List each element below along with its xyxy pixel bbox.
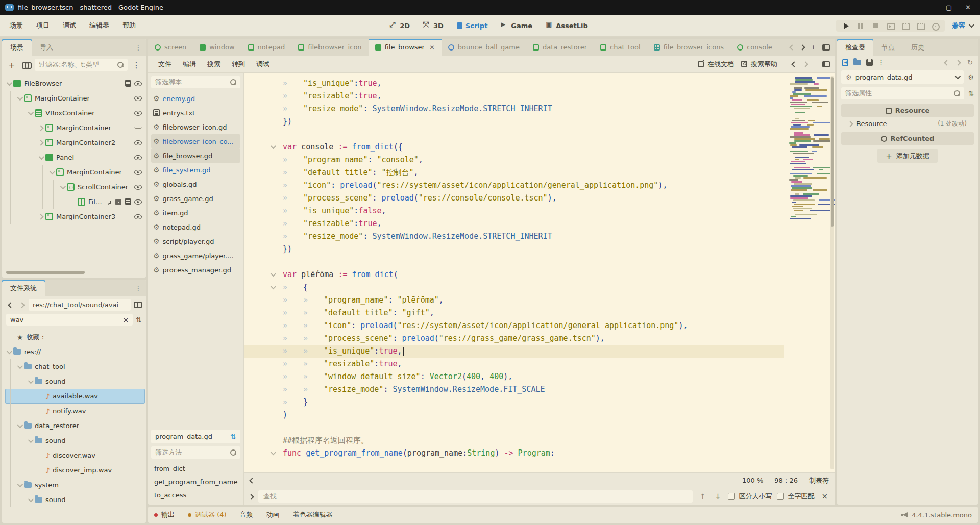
- script-icon[interactable]: [125, 198, 131, 205]
- code-minimap[interactable]: [788, 77, 829, 468]
- menu-调试[interactable]: 调试: [57, 18, 82, 33]
- file-item[interactable]: data_restorer: [5, 418, 145, 433]
- script-item[interactable]: ⚙script/player.gd: [151, 234, 240, 248]
- fold-arrow-icon[interactable]: [271, 447, 279, 460]
- update-notification-icon[interactable]: [901, 512, 908, 517]
- add-metadata-button[interactable]: + 添加元数据: [877, 149, 938, 163]
- method-item[interactable]: get_program_from_name: [151, 475, 240, 488]
- expand-arrow-icon[interactable]: [5, 350, 12, 354]
- code-line[interactable]: var console := from_dict({: [244, 141, 784, 154]
- file-item[interactable]: system: [5, 478, 145, 492]
- script-item[interactable]: ⚙enemy.gd: [151, 91, 240, 106]
- scene-tab-chat_tool[interactable]: chat_tool: [594, 39, 647, 56]
- code-line[interactable]: »»"window_default_size": Vector2(400, 40…: [244, 370, 784, 383]
- expand-arrow-icon[interactable]: [5, 82, 12, 86]
- minimize-button[interactable]: —: [926, 4, 933, 11]
- expand-arrow-icon[interactable]: [37, 141, 44, 145]
- method-item[interactable]: from_dict: [151, 462, 240, 475]
- workspace-tab-assetlib[interactable]: AssetLib: [541, 19, 593, 32]
- hscroll-left-icon[interactable]: [250, 477, 254, 484]
- scene-node-item[interactable]: FileBr: [5, 194, 145, 209]
- file-item[interactable]: sound: [5, 433, 145, 448]
- eye-off-icon[interactable]: [134, 125, 142, 129]
- scene-node-item[interactable]: MarginContainer3: [5, 209, 145, 224]
- find-expand-icon[interactable]: [249, 493, 253, 501]
- expand-arrow-icon[interactable]: [16, 424, 23, 428]
- code-line[interactable]: »»"program_name": "plḗrōma",: [244, 294, 784, 307]
- tab-scroll-right-icon[interactable]: [800, 43, 804, 51]
- scene-tab-notepad[interactable]: notepad: [241, 39, 292, 56]
- eye-icon[interactable]: [134, 111, 142, 116]
- zoom-level[interactable]: 100 %: [742, 477, 763, 484]
- toggle-scripts-panel-icon[interactable]: [822, 61, 830, 67]
- remote-debug-icon[interactable]: [887, 22, 894, 30]
- scene-tab-console[interactable]: console: [730, 39, 779, 56]
- code-line[interactable]: »"resize_mode": SystemWindow.ResizeMode.…: [244, 230, 784, 243]
- expand-arrow-icon[interactable]: [27, 380, 34, 384]
- filesystem-filter-input[interactable]: wav ×: [6, 314, 133, 326]
- script-menu-转到[interactable]: 转到: [227, 57, 250, 71]
- whole-words-checkbox[interactable]: 全字匹配: [777, 492, 814, 501]
- script-item[interactable]: ⚙filebrowser_icon_co...: [151, 134, 240, 148]
- file-item[interactable]: ♪discover_imp.wav: [5, 463, 145, 478]
- file-sort-icon[interactable]: ⇅: [136, 316, 142, 324]
- expand-arrow-icon[interactable]: [16, 96, 23, 101]
- renderer-selector[interactable]: 兼容: [952, 21, 976, 30]
- scene-node-item[interactable]: Panel: [5, 150, 145, 165]
- match-case-checkbox[interactable]: 区分大小写: [728, 492, 772, 501]
- play-button[interactable]: [842, 22, 850, 30]
- tab-filesystem[interactable]: 文件系统: [2, 280, 45, 296]
- code-line[interactable]: »"process_scene": preload("res://console…: [244, 192, 784, 205]
- maximize-button[interactable]: ▢: [946, 4, 952, 11]
- file-item[interactable]: chat_tool: [5, 359, 145, 374]
- eye-icon[interactable]: [134, 140, 142, 145]
- file-item[interactable]: sound: [5, 374, 145, 389]
- eye-icon[interactable]: [134, 81, 142, 86]
- eye-icon[interactable]: [134, 185, 142, 190]
- new-scene-tab-button[interactable]: +: [811, 43, 816, 51]
- indent-type[interactable]: 制表符: [809, 476, 829, 485]
- filter-properties-input[interactable]: 筛选属性: [841, 87, 964, 99]
- script-item[interactable]: ⚙file_browser.gd: [151, 148, 240, 163]
- code-line[interactable]: »"resizable":true,: [244, 90, 784, 103]
- signal-icon[interactable]: [105, 198, 112, 205]
- current-script-item[interactable]: program_data.gd ⇅: [151, 430, 240, 443]
- new-resource-icon[interactable]: [842, 59, 848, 66]
- scene-node-item[interactable]: MarginContainer: [5, 91, 145, 106]
- tab-检查器[interactable]: 检查器: [837, 39, 873, 56]
- play-custom-scene-button[interactable]: [916, 22, 924, 30]
- fold-arrow-icon[interactable]: [271, 141, 279, 154]
- scene-dock-menu-button[interactable]: ⋮: [131, 43, 146, 52]
- scene-node-item[interactable]: MarginContainer2: [5, 135, 145, 150]
- code-line[interactable]: »»"resize_mode": SystemWindow.ResizeMode…: [244, 383, 784, 396]
- code-line[interactable]: »»"default_title": "gift",: [244, 307, 784, 319]
- tab-scroll-left-icon[interactable]: [790, 43, 794, 51]
- expand-arrow-icon[interactable]: [16, 483, 23, 487]
- script-item[interactable]: ⚙globals.gd: [151, 177, 240, 191]
- scene-tab-filebrowser_icon[interactable]: filebrowser_icon: [291, 39, 368, 56]
- filter-scripts-input[interactable]: 筛选脚本: [151, 76, 240, 88]
- menu-编辑器[interactable]: 编辑器: [84, 18, 115, 33]
- nav-back-button[interactable]: [6, 300, 15, 310]
- menu-项目[interactable]: 项目: [31, 18, 55, 33]
- expand-arrow-icon[interactable]: [59, 185, 66, 189]
- script-item[interactable]: ⚙grass_game.gd: [151, 191, 240, 206]
- scene-node-item[interactable]: FileBrowser: [5, 76, 145, 91]
- workspace-tab-game[interactable]: Game: [496, 19, 537, 32]
- code-line[interactable]: »»"icon": preload("res://system/asset/ic…: [244, 319, 784, 332]
- clear-filter-icon[interactable]: ×: [123, 316, 129, 324]
- code-line[interactable]: »"icon": preload("res://system/asset/ico…: [244, 179, 784, 192]
- fold-arrow-icon[interactable]: [271, 268, 279, 281]
- scene-tab-file_browser_icons[interactable]: file_browser_icons: [647, 39, 731, 56]
- code-line[interactable]: »»"is_unique":true,: [244, 345, 784, 358]
- editor-vscrollbar[interactable]: [830, 76, 834, 469]
- script-item[interactable]: entrys.txt: [151, 106, 240, 120]
- expand-arrow-icon[interactable]: [37, 156, 44, 160]
- code-line[interactable]: [244, 128, 784, 141]
- sort-methods-icon[interactable]: ⇅: [230, 433, 236, 441]
- code-line[interactable]: »{: [244, 281, 784, 294]
- eye-icon[interactable]: [134, 155, 142, 160]
- refcounted-section-header[interactable]: RefCounted: [841, 132, 974, 145]
- code-line[interactable]: }): [244, 243, 784, 256]
- scene-filter-input[interactable]: 过滤器:名称、t:类型: [35, 59, 128, 71]
